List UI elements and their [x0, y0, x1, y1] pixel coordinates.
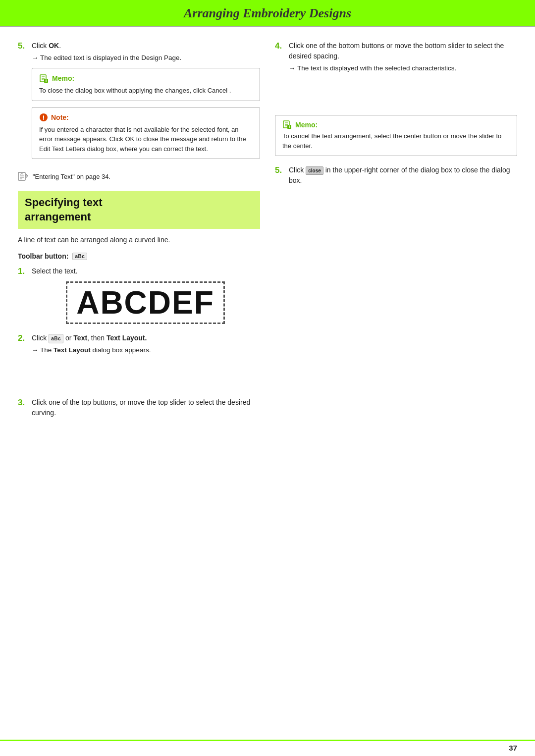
step-2-icon: aBc: [49, 334, 63, 343]
step-4-text: Click one of the bottom buttons or move …: [289, 42, 504, 60]
memo-box-1-label: Memo:: [52, 73, 74, 84]
step-2: 2. Click aBc or Text, then Text Layout. …: [18, 333, 260, 357]
page-header: Arranging Embroidery Designs: [0, 0, 535, 26]
step-2-content: Click aBc or Text, then Text Layout. The…: [32, 333, 260, 357]
step-num-1: 1.: [18, 266, 32, 276]
step-5-right-content: Click close in the upper-right corner of…: [289, 165, 517, 186]
section-heading: Specifying text arrangement: [18, 191, 260, 229]
step-1-content: Select the text.: [32, 266, 260, 276]
step-3: 3. Click one of the top buttons, or move…: [18, 397, 260, 418]
memo-box-1-text: To close the dialog box without applying…: [39, 86, 253, 96]
note-box-1: Note: If you entered a character that is…: [32, 107, 260, 160]
step-5-top: 5. Click OK. The edited text is displaye…: [18, 41, 260, 166]
step-4-arrow: The text is displayed with the selected …: [289, 63, 517, 73]
abc-image: ABCDEF: [31, 281, 260, 324]
page-title: Arranging Embroidery Designs: [184, 6, 351, 20]
step-4-content: Click one of the bottom buttons or move …: [289, 41, 517, 75]
memo-icon-1: [39, 74, 49, 83]
step-5-right: 5. Click close in the upper-right corner…: [275, 165, 517, 186]
step-num-5-right: 5.: [275, 165, 289, 175]
note-box-1-label: Note:: [51, 112, 69, 123]
section-desc: A line of text can be arranged along a c…: [18, 235, 260, 245]
step-num-3: 3.: [18, 397, 32, 408]
memo-icon-2: [282, 120, 292, 129]
memo-box-1: Memo: To close the dialog box without ap…: [32, 68, 260, 101]
page-number: 37: [509, 744, 517, 752]
toolbar-icon: aBc: [72, 253, 87, 260]
section-heading-line2: arrangement: [25, 211, 91, 223]
note-box-1-title: Note:: [39, 112, 253, 123]
step-1: 1. Select the text.: [18, 266, 260, 276]
step-5-ok-bold: OK: [49, 42, 59, 50]
see-also-1: "Entering Text" on page 34.: [18, 171, 260, 182]
svg-point-6: [46, 79, 47, 80]
step-num-2: 2.: [18, 333, 32, 343]
step-2-text-layout-bold: Text Layout.: [107, 334, 147, 342]
abc-display-text: ABCDEF: [66, 281, 225, 324]
memo-box-2: Memo: To cancel the text arrangement, se…: [275, 115, 517, 156]
content-area: 5. Click OK. The edited text is displaye…: [0, 27, 535, 433]
svg-point-20: [289, 125, 290, 126]
step-num-4: 4.: [275, 41, 289, 51]
note-box-1-text: If you entered a character that is not a…: [39, 125, 253, 154]
close-button-icon: close: [306, 166, 323, 175]
step-2-arrow: The Text Layout dialog box appears.: [32, 345, 260, 355]
toolbar-label-text: Toolbar button:: [18, 252, 68, 260]
step-1-text: Select the text.: [32, 267, 78, 275]
svg-point-9: [43, 119, 44, 120]
bottom-separator: [0, 740, 535, 741]
memo-box-2-title: Memo:: [282, 120, 510, 129]
step-2-text-bold: Text: [73, 334, 87, 342]
step-5-top-content: Click OK. The edited text is displayed i…: [32, 41, 260, 166]
memo-box-2-text: To cancel the text arrangement, select t…: [282, 131, 510, 151]
memo-box-2-label: Memo:: [295, 121, 318, 129]
left-column: 5. Click OK. The edited text is displaye…: [18, 41, 260, 423]
step-4: 4. Click one of the bottom buttons or mo…: [275, 41, 517, 75]
right-column: 4. Click one of the bottom buttons or mo…: [275, 41, 517, 423]
note-icon-1: [39, 113, 48, 122]
step-5-arrow: The edited text is displayed in the Desi…: [32, 53, 260, 63]
step-num-5-top: 5.: [18, 41, 32, 51]
step-3-content: Click one of the top buttons, or move th…: [32, 397, 260, 418]
toolbar-label: Toolbar button: aBc: [18, 252, 260, 260]
memo-box-1-title: Memo:: [39, 73, 253, 84]
see-also-text: "Entering Text" on page 34.: [33, 173, 110, 180]
section-heading-line1: Specifying text: [25, 196, 102, 209]
see-also-icon: [18, 171, 29, 182]
